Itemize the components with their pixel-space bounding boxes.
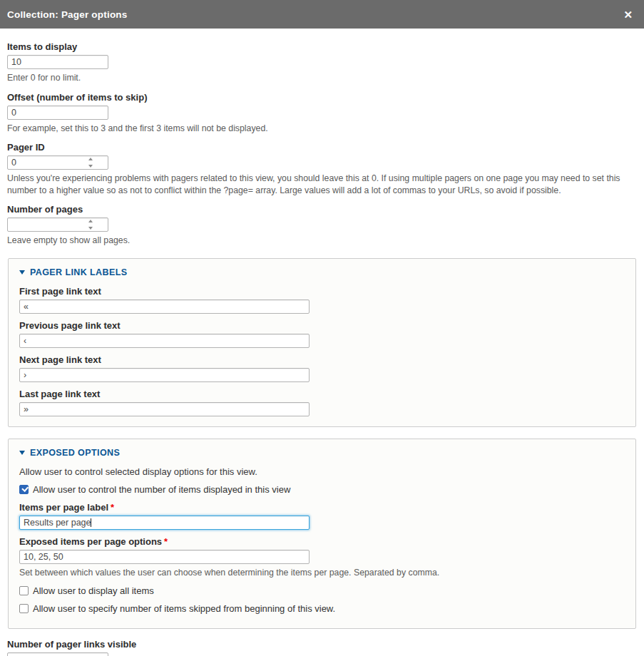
number-of-pages-help: Leave empty to show all pages.	[7, 235, 635, 247]
control-items-checkbox-label[interactable]: Allow user to control the number of item…	[33, 484, 290, 495]
items-per-page-label: Items per page label*	[19, 502, 625, 513]
checkbox-row-specify-skipped: Allow user to specify number of items sk…	[19, 603, 625, 614]
fieldset-exposed-options: EXPOSED OPTIONS Allow user to control se…	[8, 439, 636, 629]
specify-skipped-checkbox-label[interactable]: Allow user to specify number of items sk…	[33, 603, 335, 614]
collapse-triangle-icon	[19, 451, 25, 455]
dialog-content: Items to display Enter 0 for no limit. O…	[0, 29, 644, 656]
offset-help: For example, set this to 3 and the first…	[7, 123, 635, 135]
last-page-link-input[interactable]	[19, 402, 310, 416]
pager-id-label: Pager ID	[7, 142, 637, 153]
offset-label: Offset (number of items to skip)	[7, 92, 637, 103]
previous-page-link-input[interactable]	[19, 334, 310, 348]
number-of-pages-label: Number of pages	[7, 204, 637, 215]
field-pager-id: Pager ID Unless you're experiencing prob…	[7, 142, 637, 196]
fieldset-pager-link-labels: PAGER LINK LABELS First page link text P…	[8, 258, 636, 427]
number-of-pager-links-label: Number of pager links visible	[7, 639, 637, 650]
pager-id-help: Unless you're experiencing problems with…	[7, 173, 635, 196]
checkbox-row-control-items: Allow user to control the number of item…	[19, 484, 625, 495]
field-last-page-link-text: Last page link text	[19, 389, 625, 416]
legend-text: PAGER LINK LABELS	[30, 267, 127, 277]
required-marker: *	[164, 536, 168, 547]
previous-page-link-label: Previous page link text	[19, 320, 625, 331]
display-all-checkbox[interactable]	[19, 586, 29, 595]
items-to-display-input[interactable]	[7, 55, 108, 69]
exposed-options-intro: Allow user to control selected display o…	[19, 466, 625, 477]
exposed-options-legend[interactable]: EXPOSED OPTIONS	[19, 448, 625, 458]
exposed-items-options-help: Set between which values the user can ch…	[19, 567, 625, 579]
legend-text: EXPOSED OPTIONS	[30, 448, 120, 458]
close-icon[interactable]: ✕	[620, 8, 635, 21]
field-items-to-display: Items to display Enter 0 for no limit.	[7, 41, 637, 84]
items-per-page-label-input[interactable]	[19, 516, 310, 530]
field-first-page-link-text: First page link text	[19, 286, 625, 314]
field-exposed-items-options: Exposed items per page options* Set betw…	[19, 536, 625, 579]
number-of-pager-links-input[interactable]	[7, 652, 108, 656]
collapse-triangle-icon	[19, 270, 25, 275]
required-marker: *	[111, 502, 114, 513]
pager-link-labels-legend[interactable]: PAGER LINK LABELS	[19, 267, 625, 277]
next-page-link-input[interactable]	[19, 368, 310, 382]
number-spinner-icon[interactable]	[87, 220, 94, 230]
first-page-link-input[interactable]	[19, 299, 310, 314]
checkbox-row-display-all: Allow user to display all items	[19, 585, 625, 596]
exposed-items-options-label: Exposed items per page options*	[19, 536, 625, 547]
label-text: Exposed items per page options	[19, 536, 162, 547]
field-previous-page-link-text: Previous page link text	[19, 320, 625, 348]
first-page-link-label: First page link text	[19, 286, 625, 297]
dialog-title: Collection: Pager options	[7, 9, 620, 20]
last-page-link-label: Last page link text	[19, 389, 625, 399]
field-number-of-pager-links: Number of pager links visible Specify th…	[7, 639, 637, 656]
items-to-display-help: Enter 0 for no limit.	[7, 72, 635, 84]
items-to-display-label: Items to display	[7, 41, 637, 52]
next-page-link-label: Next page link text	[19, 354, 625, 365]
number-spinner-icon[interactable]	[87, 158, 94, 168]
field-next-page-link-text: Next page link text	[19, 354, 625, 382]
label-text: Items per page label	[19, 502, 108, 513]
field-offset: Offset (number of items to skip) For exa…	[7, 92, 637, 135]
display-all-checkbox-label[interactable]: Allow user to display all items	[33, 585, 154, 596]
field-number-of-pages: Number of pages Leave empty to show all …	[7, 204, 637, 247]
specify-skipped-checkbox[interactable]	[19, 604, 29, 613]
dialog-titlebar[interactable]: Collection: Pager options ✕	[0, 0, 644, 29]
text-caret	[91, 518, 91, 527]
offset-input[interactable]	[7, 106, 108, 120]
control-items-checkbox[interactable]	[19, 485, 29, 494]
exposed-items-options-input[interactable]	[19, 550, 310, 564]
field-items-per-page-label: Items per page label*	[19, 502, 625, 530]
